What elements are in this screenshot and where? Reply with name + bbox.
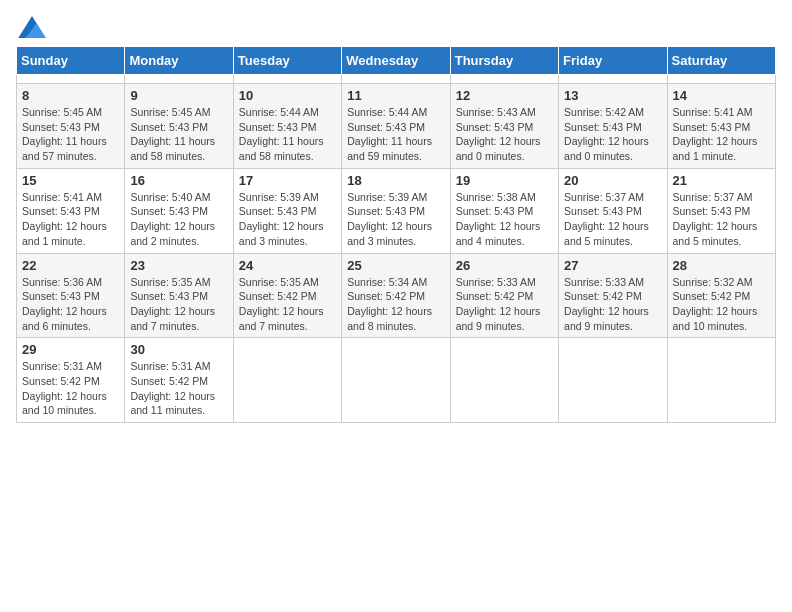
header-tuesday: Tuesday [233,47,341,75]
calendar-cell [559,338,667,423]
day-detail: Sunrise: 5:39 AMSunset: 5:43 PMDaylight:… [347,191,432,247]
day-number: 10 [239,88,336,103]
day-number: 16 [130,173,227,188]
day-number: 27 [564,258,661,273]
calendar-body: 8Sunrise: 5:45 AMSunset: 5:43 PMDaylight… [17,75,776,423]
calendar-cell [233,338,341,423]
day-detail: Sunrise: 5:38 AMSunset: 5:43 PMDaylight:… [456,191,541,247]
calendar-cell: 10Sunrise: 5:44 AMSunset: 5:43 PMDayligh… [233,84,341,169]
calendar-cell: 24Sunrise: 5:35 AMSunset: 5:42 PMDayligh… [233,253,341,338]
calendar-cell: 27Sunrise: 5:33 AMSunset: 5:42 PMDayligh… [559,253,667,338]
calendar-cell: 9Sunrise: 5:45 AMSunset: 5:43 PMDaylight… [125,84,233,169]
calendar-cell [342,75,450,84]
calendar-cell: 8Sunrise: 5:45 AMSunset: 5:43 PMDaylight… [17,84,125,169]
header-thursday: Thursday [450,47,558,75]
logo-icon [18,16,46,38]
day-detail: Sunrise: 5:41 AMSunset: 5:43 PMDaylight:… [22,191,107,247]
header-saturday: Saturday [667,47,775,75]
day-number: 24 [239,258,336,273]
calendar-week-4: 29Sunrise: 5:31 AMSunset: 5:42 PMDayligh… [17,338,776,423]
day-detail: Sunrise: 5:33 AMSunset: 5:42 PMDaylight:… [564,276,649,332]
day-number: 30 [130,342,227,357]
day-detail: Sunrise: 5:39 AMSunset: 5:43 PMDaylight:… [239,191,324,247]
calendar-cell: 19Sunrise: 5:38 AMSunset: 5:43 PMDayligh… [450,168,558,253]
calendar-cell [667,75,775,84]
calendar-cell [342,338,450,423]
day-number: 15 [22,173,119,188]
day-detail: Sunrise: 5:45 AMSunset: 5:43 PMDaylight:… [130,106,215,162]
day-number: 20 [564,173,661,188]
calendar-table: SundayMondayTuesdayWednesdayThursdayFrid… [16,46,776,423]
header-row: SundayMondayTuesdayWednesdayThursdayFrid… [17,47,776,75]
calendar-cell: 16Sunrise: 5:40 AMSunset: 5:43 PMDayligh… [125,168,233,253]
calendar-cell [233,75,341,84]
day-detail: Sunrise: 5:36 AMSunset: 5:43 PMDaylight:… [22,276,107,332]
day-detail: Sunrise: 5:31 AMSunset: 5:42 PMDaylight:… [130,360,215,416]
day-number: 17 [239,173,336,188]
day-detail: Sunrise: 5:35 AMSunset: 5:42 PMDaylight:… [239,276,324,332]
day-number: 22 [22,258,119,273]
calendar-cell [450,75,558,84]
header-friday: Friday [559,47,667,75]
day-number: 9 [130,88,227,103]
calendar-cell: 30Sunrise: 5:31 AMSunset: 5:42 PMDayligh… [125,338,233,423]
day-number: 21 [673,173,770,188]
day-detail: Sunrise: 5:44 AMSunset: 5:43 PMDaylight:… [347,106,432,162]
day-number: 14 [673,88,770,103]
day-number: 13 [564,88,661,103]
calendar-cell: 22Sunrise: 5:36 AMSunset: 5:43 PMDayligh… [17,253,125,338]
day-number: 11 [347,88,444,103]
calendar-cell: 17Sunrise: 5:39 AMSunset: 5:43 PMDayligh… [233,168,341,253]
page-header [16,16,776,34]
calendar-header: SundayMondayTuesdayWednesdayThursdayFrid… [17,47,776,75]
day-detail: Sunrise: 5:37 AMSunset: 5:43 PMDaylight:… [564,191,649,247]
day-detail: Sunrise: 5:34 AMSunset: 5:42 PMDaylight:… [347,276,432,332]
logo [16,16,46,34]
day-detail: Sunrise: 5:31 AMSunset: 5:42 PMDaylight:… [22,360,107,416]
day-detail: Sunrise: 5:32 AMSunset: 5:42 PMDaylight:… [673,276,758,332]
calendar-cell: 28Sunrise: 5:32 AMSunset: 5:42 PMDayligh… [667,253,775,338]
calendar-cell: 14Sunrise: 5:41 AMSunset: 5:43 PMDayligh… [667,84,775,169]
header-wednesday: Wednesday [342,47,450,75]
day-detail: Sunrise: 5:41 AMSunset: 5:43 PMDaylight:… [673,106,758,162]
calendar-cell: 13Sunrise: 5:42 AMSunset: 5:43 PMDayligh… [559,84,667,169]
calendar-week-2: 15Sunrise: 5:41 AMSunset: 5:43 PMDayligh… [17,168,776,253]
day-number: 18 [347,173,444,188]
day-number: 28 [673,258,770,273]
calendar-cell [450,338,558,423]
day-number: 19 [456,173,553,188]
day-number: 23 [130,258,227,273]
header-monday: Monday [125,47,233,75]
calendar-cell: 26Sunrise: 5:33 AMSunset: 5:42 PMDayligh… [450,253,558,338]
day-detail: Sunrise: 5:37 AMSunset: 5:43 PMDaylight:… [673,191,758,247]
day-detail: Sunrise: 5:35 AMSunset: 5:43 PMDaylight:… [130,276,215,332]
day-detail: Sunrise: 5:42 AMSunset: 5:43 PMDaylight:… [564,106,649,162]
day-detail: Sunrise: 5:43 AMSunset: 5:43 PMDaylight:… [456,106,541,162]
calendar-cell: 20Sunrise: 5:37 AMSunset: 5:43 PMDayligh… [559,168,667,253]
day-number: 29 [22,342,119,357]
calendar-cell [17,75,125,84]
calendar-cell: 18Sunrise: 5:39 AMSunset: 5:43 PMDayligh… [342,168,450,253]
calendar-cell: 25Sunrise: 5:34 AMSunset: 5:42 PMDayligh… [342,253,450,338]
day-number: 25 [347,258,444,273]
day-detail: Sunrise: 5:33 AMSunset: 5:42 PMDaylight:… [456,276,541,332]
calendar-week-0 [17,75,776,84]
calendar-week-1: 8Sunrise: 5:45 AMSunset: 5:43 PMDaylight… [17,84,776,169]
calendar-week-3: 22Sunrise: 5:36 AMSunset: 5:43 PMDayligh… [17,253,776,338]
day-detail: Sunrise: 5:45 AMSunset: 5:43 PMDaylight:… [22,106,107,162]
header-sunday: Sunday [17,47,125,75]
calendar-cell: 15Sunrise: 5:41 AMSunset: 5:43 PMDayligh… [17,168,125,253]
calendar-cell: 11Sunrise: 5:44 AMSunset: 5:43 PMDayligh… [342,84,450,169]
day-detail: Sunrise: 5:40 AMSunset: 5:43 PMDaylight:… [130,191,215,247]
day-number: 12 [456,88,553,103]
day-number: 8 [22,88,119,103]
calendar-cell: 29Sunrise: 5:31 AMSunset: 5:42 PMDayligh… [17,338,125,423]
day-number: 26 [456,258,553,273]
calendar-cell: 12Sunrise: 5:43 AMSunset: 5:43 PMDayligh… [450,84,558,169]
calendar-cell [667,338,775,423]
calendar-cell: 21Sunrise: 5:37 AMSunset: 5:43 PMDayligh… [667,168,775,253]
calendar-cell: 23Sunrise: 5:35 AMSunset: 5:43 PMDayligh… [125,253,233,338]
day-detail: Sunrise: 5:44 AMSunset: 5:43 PMDaylight:… [239,106,324,162]
calendar-cell [125,75,233,84]
calendar-cell [559,75,667,84]
